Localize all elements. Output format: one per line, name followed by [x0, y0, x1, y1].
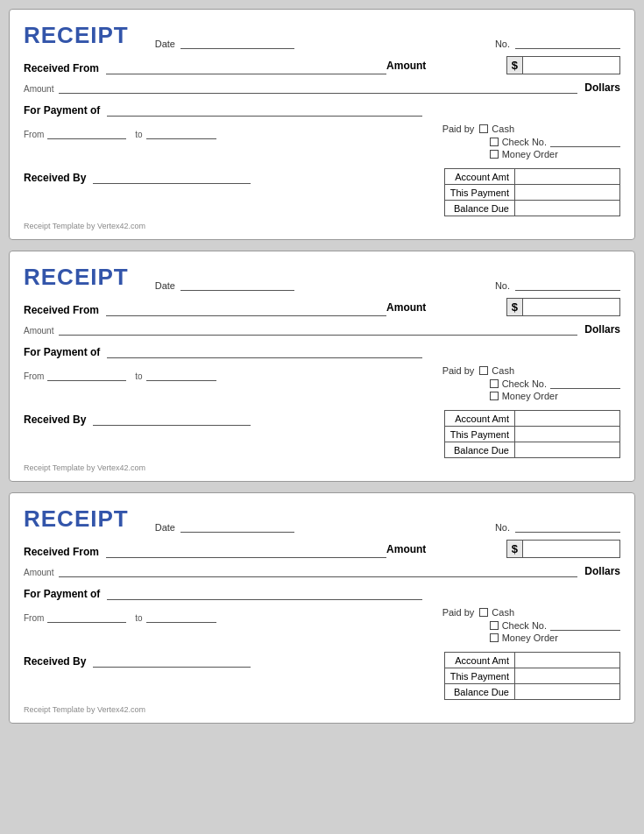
received-by-label-1: Received By: [24, 172, 86, 184]
check-label-3: Check No.: [502, 620, 547, 631]
received-by-input-1[interactable]: [93, 168, 251, 184]
cash-label-3: Cash: [492, 607, 514, 618]
header-row-2: RECEIPT Date No.: [24, 264, 620, 291]
receipt-3: RECEIPT Date No. Received From Amount $ …: [9, 492, 635, 724]
payment-row-1: For Payment of: [24, 101, 620, 117]
balance-due-value-2: [515, 442, 620, 458]
check-row-1: Check No.: [442, 136, 620, 147]
date-label-3: Date: [155, 522, 175, 533]
amount-words-input-2[interactable]: [59, 320, 577, 336]
received-from-row-2: Received From Amount $: [24, 298, 620, 316]
received-from-row-3: Received From Amount $: [24, 540, 620, 558]
to-label-1: to: [135, 130, 142, 139]
receipt-title-1: RECEIPT: [24, 22, 129, 49]
to-label-3: to: [135, 613, 142, 623]
payment-row-2: For Payment of: [24, 343, 620, 358]
account-amt-value-3: [515, 653, 620, 668]
no-input-1[interactable]: [515, 33, 620, 49]
dollar-sign-1: $: [507, 57, 523, 74]
payment-input-3[interactable]: [107, 584, 422, 600]
from-input-2[interactable]: [47, 365, 126, 381]
payment-input-1[interactable]: [107, 101, 422, 117]
money-order-label-1: Money Order: [502, 149, 558, 159]
check-label-2: Check No.: [502, 378, 547, 389]
money-order-label-2: Money Order: [502, 391, 558, 401]
this-payment-row-1: This Payment: [444, 185, 619, 201]
check-row-2: Check No.: [442, 378, 620, 389]
check-checkbox-3[interactable]: [490, 621, 499, 630]
received-from-label-1: Received From: [24, 62, 99, 74]
cash-label-1: Cash: [492, 124, 514, 134]
received-from-label-2: Received From: [24, 304, 99, 316]
amount-input-2[interactable]: [523, 299, 619, 315]
check-no-input-2[interactable]: [550, 378, 620, 389]
amount-label-1: Amount: [386, 60, 426, 72]
account-amt-value-1: [515, 169, 620, 185]
check-row-3: Check No.: [442, 619, 620, 631]
receipt-title-2: RECEIPT: [24, 264, 129, 291]
date-input-2[interactable]: [180, 275, 294, 291]
payment-input-2[interactable]: [107, 343, 422, 358]
amount-words-input-1[interactable]: [59, 78, 577, 94]
check-no-input-1[interactable]: [550, 136, 620, 147]
from-label-1: From: [24, 130, 44, 139]
paid-by-row-1: Paid by Cash: [442, 124, 620, 134]
received-by-input-3[interactable]: [93, 652, 251, 668]
this-payment-label-3: This Payment: [444, 668, 514, 684]
amount-words-input-3[interactable]: [59, 562, 577, 577]
to-input-1[interactable]: [146, 124, 216, 139]
cash-checkbox-1[interactable]: [479, 124, 488, 133]
payment-row-3: For Payment of: [24, 584, 620, 600]
header-right-2: No.: [495, 275, 620, 291]
no-input-2[interactable]: [515, 275, 620, 291]
received-from-row-1: Received From Amount $: [24, 56, 620, 74]
cash-checkbox-2[interactable]: [479, 366, 488, 375]
to-input-3[interactable]: [146, 607, 216, 623]
money-order-checkbox-3[interactable]: [490, 633, 499, 642]
paid-by-label-2: Paid by: [442, 365, 475, 376]
received-from-input-2[interactable]: [106, 300, 386, 316]
to-input-2[interactable]: [146, 365, 216, 381]
cash-checkbox-3[interactable]: [479, 608, 488, 617]
bottom-row-1: Received By Account Amt This Payment Bal…: [24, 168, 620, 216]
balance-due-row-3: Balance Due: [444, 684, 619, 700]
received-by-input-2[interactable]: [93, 410, 251, 426]
money-order-checkbox-1[interactable]: [490, 150, 499, 159]
receipt-footer-1: Receipt Template by Vertex42.com: [24, 222, 620, 230]
header-center-3: Date: [155, 517, 495, 533]
no-input-3[interactable]: [515, 517, 620, 533]
check-no-input-3[interactable]: [550, 619, 620, 631]
this-payment-value-1: [515, 185, 620, 201]
check-checkbox-2[interactable]: [490, 379, 499, 388]
amount-input-3[interactable]: [523, 541, 619, 557]
header-right-1: No.: [495, 33, 620, 49]
received-from-input-1[interactable]: [106, 59, 386, 74]
received-from-label-3: Received From: [24, 546, 99, 558]
check-label-1: Check No.: [502, 137, 547, 147]
cash-label-2: Cash: [492, 365, 514, 376]
header-right-3: No.: [495, 517, 620, 533]
this-payment-row-3: This Payment: [444, 668, 619, 684]
check-checkbox-1[interactable]: [490, 138, 499, 146]
amount-box-2: $: [506, 298, 620, 316]
date-label-1: Date: [155, 39, 175, 49]
receipt-1: RECEIPT Date No. Received From Amount $ …: [9, 9, 635, 240]
account-amt-label-2: Account Amt: [444, 411, 514, 427]
account-amt-label-1: Account Amt: [444, 169, 514, 185]
paid-by-row-3: Paid by Cash: [442, 607, 620, 618]
amount-label-3: Amount: [386, 543, 426, 555]
from-input-1[interactable]: [47, 124, 126, 139]
amount-words-row-3: Amount Dollars: [24, 562, 620, 577]
account-amt-label-3: Account Amt: [444, 653, 514, 668]
money-order-checkbox-2[interactable]: [490, 392, 499, 400]
this-payment-label-1: This Payment: [444, 185, 514, 201]
amount-input-1[interactable]: [523, 57, 619, 74]
date-input-1[interactable]: [180, 33, 294, 49]
from-to-row-2: From to Paid by Cash Check No. Money Ord…: [24, 365, 620, 403]
received-from-input-3[interactable]: [106, 542, 386, 558]
account-table-1: Account Amt This Payment Balance Due: [444, 168, 620, 216]
dollar-sign-2: $: [507, 299, 523, 315]
date-input-3[interactable]: [180, 517, 294, 533]
paid-by-section-1: Paid by Cash Check No. Money Order: [442, 124, 620, 161]
from-input-3[interactable]: [47, 607, 126, 623]
